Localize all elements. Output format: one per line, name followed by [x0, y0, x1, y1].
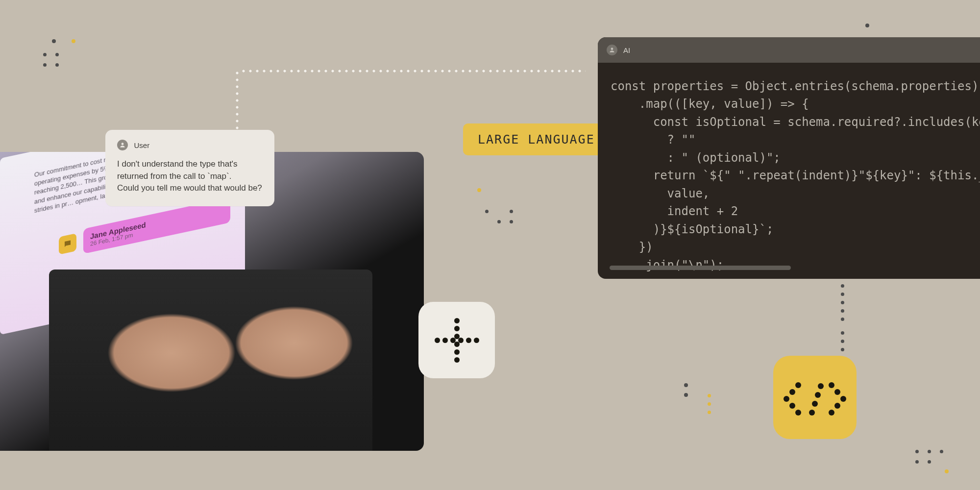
- connector-line: [236, 70, 239, 133]
- user-message-text: I don't understand the type that's retur…: [117, 158, 263, 195]
- dot-cluster: [485, 210, 513, 223]
- ai-code-panel: AI const properties = Object.entries(sch…: [598, 37, 980, 279]
- horizontal-scrollbar[interactable]: [610, 266, 791, 270]
- dot-column: [841, 284, 844, 321]
- user-message-bubble: User I don't understand the type that's …: [105, 130, 274, 206]
- ai-author-label: AI: [623, 46, 630, 54]
- dot: [684, 393, 688, 397]
- ai-avatar-icon: [607, 45, 617, 55]
- dot-column-accent: [708, 394, 711, 414]
- dot: [684, 383, 688, 387]
- plus-tile-icon: [418, 302, 495, 378]
- bubble-author-label: User: [134, 141, 149, 149]
- ai-code-header: AI: [598, 37, 980, 63]
- dot: [52, 39, 56, 43]
- dot-accent: [72, 39, 75, 43]
- svg-point-1: [611, 48, 613, 50]
- dot-accent: [945, 469, 949, 473]
- dot-accent: [477, 188, 481, 192]
- svg-point-0: [122, 143, 124, 145]
- user-avatar-icon: [117, 140, 128, 150]
- connector-line: [240, 70, 586, 73]
- dot-column: [841, 331, 844, 351]
- dot-cluster: [915, 450, 943, 464]
- dot-cluster: [43, 53, 71, 67]
- chat-icon: [59, 233, 76, 255]
- ai-code-body: const properties = Object.entries(schema…: [598, 63, 980, 279]
- dot: [865, 24, 869, 27]
- code-tile-icon: [773, 356, 857, 439]
